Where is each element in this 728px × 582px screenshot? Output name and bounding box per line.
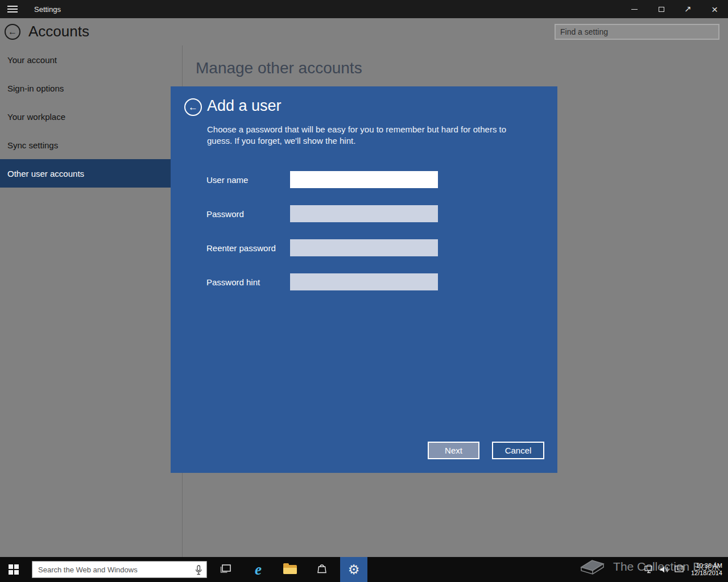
app-title: Settings	[34, 5, 61, 14]
start-button[interactable]	[0, 557, 27, 582]
fullscreen-icon: ↗	[684, 4, 692, 14]
password-hint-row: Password hint	[206, 273, 438, 290]
sidebar-item-your-account[interactable]: Your account	[0, 45, 182, 74]
minimize-button[interactable]	[621, 0, 648, 18]
dialog-back-button[interactable]: ←	[184, 98, 202, 116]
internet-explorer-icon: e	[255, 562, 262, 577]
reenter-password-input[interactable]	[290, 239, 438, 256]
close-icon: ×	[712, 4, 718, 15]
settings-app-button[interactable]: ⚙	[340, 557, 367, 582]
sidebar: Your account Sign-in options Your workpl…	[0, 45, 182, 557]
reenter-password-label: Reenter password	[206, 243, 290, 253]
sidebar-item-label: Your workplace	[7, 112, 65, 122]
taskbar-search-placeholder: Search the Web and Windows	[32, 566, 138, 574]
internet-explorer-button[interactable]: e	[246, 557, 271, 582]
restore-button[interactable]	[648, 0, 675, 18]
minimize-icon	[631, 9, 638, 10]
file-explorer-icon	[283, 565, 297, 574]
taskbar-clock[interactable]: 10:36 AM 12/18/2014	[691, 562, 725, 577]
find-setting-input[interactable]	[555, 24, 719, 40]
system-tray: 10:36 AM 12/18/2014	[642, 557, 728, 582]
titlebar: Settings ↗ ×	[0, 0, 728, 18]
add-user-dialog: ← Add a user Choose a password that will…	[171, 86, 557, 473]
password-row: Password	[206, 205, 438, 222]
username-row: User name	[206, 171, 438, 188]
password-hint-input[interactable]	[290, 273, 438, 290]
sidebar-item-label: Sign-in options	[7, 84, 64, 93]
window-controls: ↗ ×	[621, 0, 728, 18]
task-view-button[interactable]	[214, 557, 239, 582]
next-button[interactable]: Next	[428, 442, 479, 459]
sidebar-item-your-workplace[interactable]: Your workplace	[0, 102, 182, 131]
sidebar-item-label: Other user accounts	[7, 169, 84, 178]
network-icon[interactable]	[642, 557, 657, 582]
sidebar-item-other-user-accounts[interactable]: Other user accounts	[0, 159, 182, 188]
dialog-title: Add a user	[207, 97, 282, 115]
taskbar: Search the Web and Windows e ⚙ 1	[0, 557, 728, 582]
password-input[interactable]	[290, 205, 438, 222]
password-label: Password	[206, 209, 290, 219]
volume-icon[interactable]	[657, 557, 672, 582]
header-back-button[interactable]: ←	[5, 24, 20, 40]
page-title: Accounts	[28, 23, 89, 40]
taskbar-search[interactable]: Search the Web and Windows	[32, 561, 207, 578]
action-center-icon[interactable]	[672, 557, 686, 582]
file-explorer-button[interactable]	[278, 557, 303, 582]
task-view-icon	[220, 563, 233, 576]
hamburger-menu-icon[interactable]	[7, 6, 18, 13]
windows-logo-icon	[9, 564, 19, 575]
username-input[interactable]	[290, 171, 438, 188]
store-bag-icon	[316, 563, 328, 576]
back-icon: ←	[8, 27, 17, 37]
dialog-description: Choose a password that will be easy for …	[207, 124, 514, 147]
store-button[interactable]	[309, 557, 334, 582]
sidebar-item-label: Your account	[7, 55, 57, 65]
app-header: ← Accounts	[0, 18, 728, 45]
sidebar-item-sign-in-options[interactable]: Sign-in options	[0, 74, 182, 102]
main-heading: Manage other accounts	[196, 59, 362, 77]
password-hint-label: Password hint	[206, 277, 290, 287]
cancel-button[interactable]: Cancel	[492, 442, 544, 459]
reenter-password-row: Reenter password	[206, 239, 438, 256]
microphone-icon[interactable]	[195, 565, 202, 577]
username-label: User name	[206, 175, 290, 185]
restore-icon	[659, 7, 664, 12]
clock-time: 10:36 AM	[691, 562, 722, 569]
fullscreen-button[interactable]: ↗	[675, 0, 701, 18]
gear-icon: ⚙	[348, 563, 360, 576]
close-button[interactable]: ×	[701, 0, 728, 18]
sidebar-item-sync-settings[interactable]: Sync settings	[0, 131, 182, 159]
clock-date: 12/18/2014	[691, 569, 722, 577]
back-icon: ←	[188, 102, 198, 113]
sidebar-item-label: Sync settings	[7, 140, 58, 150]
